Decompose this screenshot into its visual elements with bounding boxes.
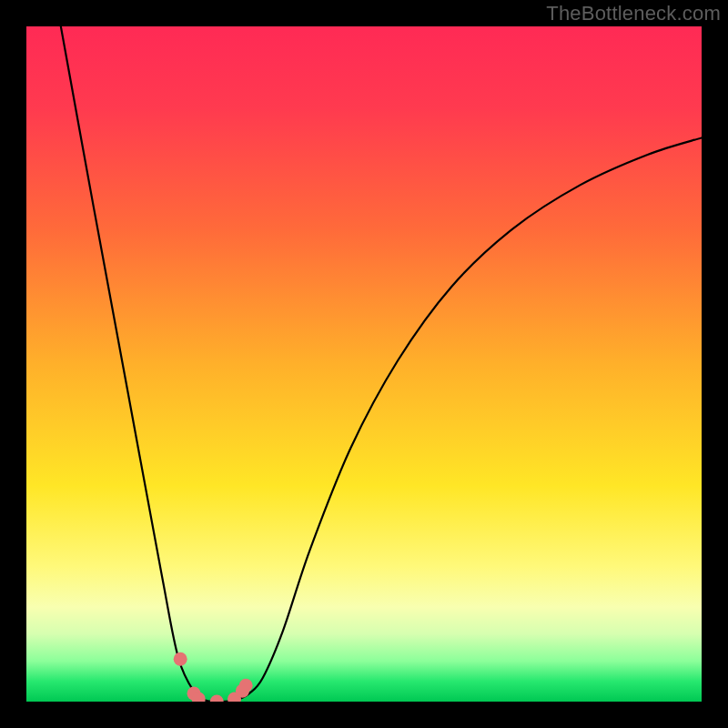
plot-area	[26, 26, 702, 702]
highlight-dot	[174, 652, 187, 666]
highlight-dot	[210, 695, 224, 703]
bottleneck-curve	[61, 26, 702, 702]
curve-layer	[26, 26, 702, 702]
chart-frame: TheBottleneck.com	[0, 0, 728, 728]
highlight-dot	[239, 679, 253, 693]
watermark-text: TheBottleneck.com	[546, 2, 721, 25]
